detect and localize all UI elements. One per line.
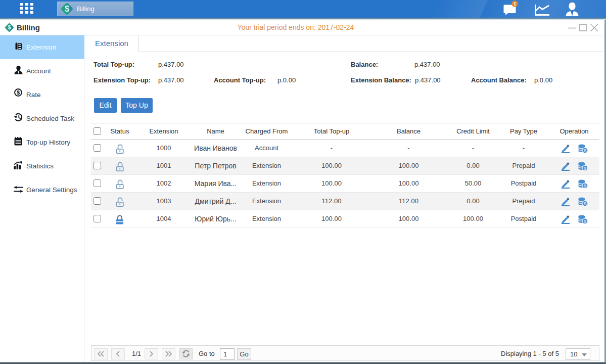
svg-text:$: $ [65,5,69,13]
svg-text:$: $ [17,89,20,96]
